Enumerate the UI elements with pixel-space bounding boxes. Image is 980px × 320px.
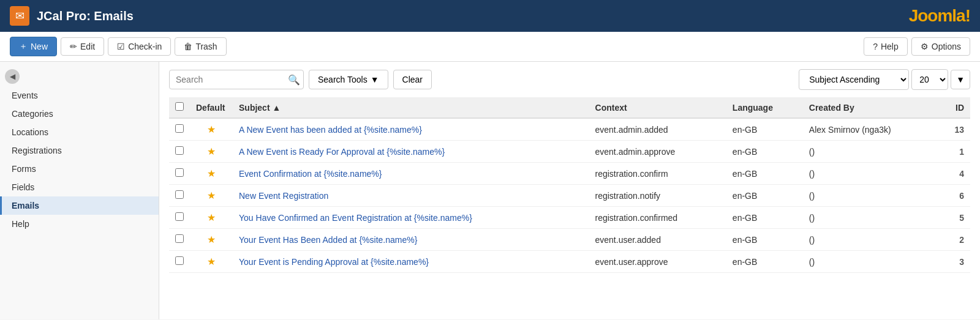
subject-link[interactable]: You Have Confirmed an Event Registration… [239, 213, 472, 223]
row-subject: Your Event Has Been Added at {%site.name… [233, 229, 589, 251]
sidebar-item-categories[interactable]: Categories [0, 105, 159, 123]
star-icon[interactable]: ★ [207, 124, 216, 135]
edit-button[interactable]: ✏ Edit [61, 37, 104, 56]
sort-select[interactable]: Subject Ascending [799, 69, 909, 90]
checkin-icon: ☑ [117, 42, 125, 51]
subject-link[interactable]: New Event Registration [239, 191, 328, 201]
star-icon[interactable]: ★ [207, 234, 216, 245]
toolbar-right: ? Help ⚙ Options [864, 37, 970, 56]
sidebar-nav: EventsCategoriesLocationsRegistrationsFo… [0, 86, 159, 233]
joomla-logo: Joomla! [909, 6, 970, 26]
sidebar-item-help[interactable]: Help [0, 215, 159, 233]
toggle-icon: ◀ [10, 72, 15, 81]
table-row: ★ A New Event is Ready For Approval at {… [169, 141, 970, 163]
star-icon[interactable]: ★ [207, 168, 216, 179]
table-row: ★ Event Confirmation at {%site.name%} re… [169, 163, 970, 185]
row-default: ★ [190, 251, 233, 273]
clear-button[interactable]: Clear [393, 70, 432, 89]
star-icon[interactable]: ★ [207, 212, 216, 223]
row-context: event.admin.approve [589, 141, 726, 163]
row-checkbox-cell [169, 141, 190, 163]
row-created-by: () [803, 251, 940, 273]
subject-link[interactable]: Your Event is Pending Approval at {%site… [239, 257, 429, 267]
row-default: ★ [190, 229, 233, 251]
row-checkbox[interactable] [175, 234, 184, 243]
subject-link[interactable]: Event Confirmation at {%site.name%} [239, 169, 382, 179]
th-checkbox [169, 97, 190, 118]
sidebar-item-locations[interactable]: Locations [0, 123, 159, 141]
search-bar: 🔍 Search Tools ▼ Clear Subject Ascending… [169, 69, 970, 90]
row-checkbox-cell [169, 118, 190, 141]
star-icon[interactable]: ★ [207, 256, 216, 267]
search-input[interactable] [169, 70, 304, 89]
row-subject: Your Event is Pending Approval at {%site… [233, 251, 589, 273]
app-header: ✉ JCal Pro: Emails Joomla! [0, 0, 980, 32]
sidebar-item-emails[interactable]: Emails [0, 196, 159, 215]
th-language: Language [726, 97, 803, 118]
search-tools-button[interactable]: Search Tools ▼ [309, 70, 388, 89]
row-checkbox[interactable] [175, 212, 184, 221]
trash-button-label: Trash [195, 42, 217, 51]
dropdown-icon: ▼ [371, 75, 379, 84]
row-id: 2 [940, 229, 970, 251]
clear-button-label: Clear [402, 75, 423, 84]
edit-button-label: Edit [80, 42, 95, 51]
row-created-by: Alex Smirnov (nga3k) [803, 118, 940, 141]
sidebar-item-forms[interactable]: Forms [0, 160, 159, 178]
options-button[interactable]: ⚙ Options [911, 37, 970, 56]
row-context: event.user.added [589, 229, 726, 251]
row-default: ★ [190, 141, 233, 163]
new-button-label: New [31, 42, 48, 51]
table-row: ★ New Event Registration registration.no… [169, 185, 970, 207]
search-input-wrap: 🔍 [169, 70, 304, 89]
sidebar-item-registrations[interactable]: Registrations [0, 141, 159, 160]
row-created-by: () [803, 163, 940, 185]
row-id: 5 [940, 207, 970, 229]
th-default: Default [190, 97, 233, 118]
row-context: registration.confirmed [589, 207, 726, 229]
row-subject: A New Event is Ready For Approval at {%s… [233, 141, 589, 163]
sort-direction-button[interactable]: ▼ [951, 70, 970, 89]
app-title: JCal Pro: Emails [37, 9, 134, 23]
sidebar-item-events[interactable]: Events [0, 86, 159, 105]
sidebar: ◀ EventsCategoriesLocationsRegistrations… [0, 62, 159, 319]
row-checkbox[interactable] [175, 146, 184, 155]
th-subject[interactable]: Subject ▲ [233, 97, 589, 118]
row-checkbox-cell [169, 207, 190, 229]
new-button[interactable]: ＋ New [10, 37, 57, 56]
table-row: ★ A New Event has been added at {%site.n… [169, 118, 970, 141]
subject-link[interactable]: Your Event Has Been Added at {%site.name… [239, 235, 417, 245]
row-checkbox[interactable] [175, 190, 184, 199]
row-language: en-GB [726, 118, 803, 141]
content-area: 🔍 Search Tools ▼ Clear Subject Ascending… [159, 62, 980, 319]
row-created-by: () [803, 207, 940, 229]
sidebar-item-fields[interactable]: Fields [0, 178, 159, 196]
edit-icon: ✏ [70, 42, 77, 51]
th-created-by: Created By [803, 97, 940, 118]
checkin-button[interactable]: ☑ Check-in [108, 37, 171, 56]
table-row: ★ Your Event Has Been Added at {%site.na… [169, 229, 970, 251]
row-checkbox-cell [169, 163, 190, 185]
header-left: ✉ JCal Pro: Emails [10, 6, 134, 26]
search-submit-button[interactable]: 🔍 [288, 74, 300, 86]
row-checkbox[interactable] [175, 124, 184, 133]
sidebar-toggle[interactable]: ◀ [5, 69, 20, 84]
row-checkbox[interactable] [175, 256, 184, 265]
envelope-icon: ✉ [15, 9, 24, 23]
row-language: en-GB [726, 229, 803, 251]
trash-button[interactable]: 🗑 Trash [175, 37, 226, 56]
subject-link[interactable]: A New Event is Ready For Approval at {%s… [239, 147, 445, 157]
select-all-checkbox[interactable] [175, 102, 184, 111]
star-icon[interactable]: ★ [207, 190, 216, 201]
table-header-row: Default Subject ▲ Context Language Creat… [169, 97, 970, 118]
row-id: 3 [940, 251, 970, 273]
row-context: registration.notify [589, 185, 726, 207]
row-checkbox[interactable] [175, 168, 184, 177]
help-button[interactable]: ? Help [864, 37, 908, 56]
row-subject: New Event Registration [233, 185, 589, 207]
star-icon[interactable]: ★ [207, 146, 216, 157]
help-icon: ? [873, 42, 878, 51]
row-default: ★ [190, 163, 233, 185]
per-page-select[interactable]: 20 [911, 69, 948, 90]
subject-link[interactable]: A New Event has been added at {%site.nam… [239, 125, 422, 135]
